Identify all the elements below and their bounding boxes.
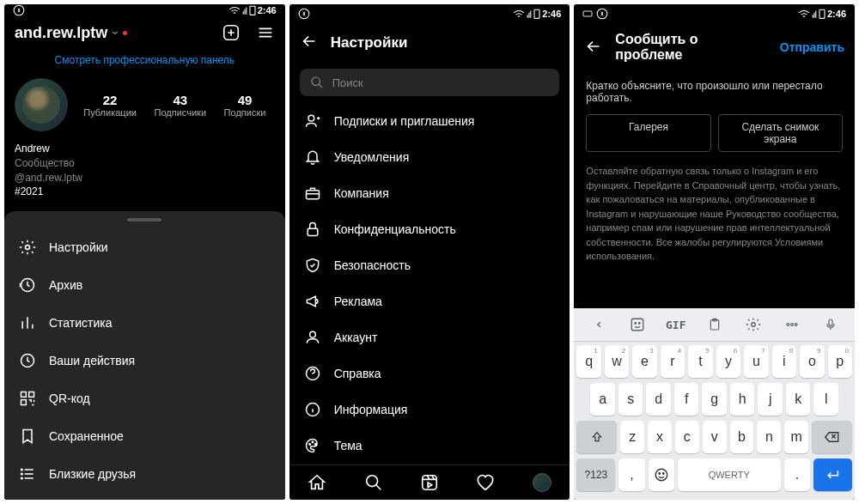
- stat-following[interactable]: 49Подписки: [224, 93, 266, 118]
- key-u[interactable]: u7: [744, 345, 768, 378]
- key-backspace[interactable]: [812, 421, 852, 453]
- nav-home[interactable]: [307, 472, 327, 493]
- page-title: Настройки: [331, 34, 408, 52]
- stat-posts[interactable]: 22Публикации: [83, 93, 137, 118]
- key-a[interactable]: a: [590, 383, 615, 416]
- phone-settings: 2:46 Настройки Поиск Подписки и приглаше…: [289, 4, 570, 500]
- key-period[interactable]: .: [784, 458, 810, 491]
- key-v[interactable]: v: [703, 421, 727, 453]
- kb-sticker-icon[interactable]: [628, 315, 647, 334]
- key-j[interactable]: j: [758, 383, 783, 416]
- key-t[interactable]: t5: [688, 345, 712, 378]
- kb-more-icon[interactable]: [783, 315, 801, 334]
- menu-item-close-friends[interactable]: Близкие друзья: [4, 455, 285, 493]
- menu-item-saved[interactable]: Сохраненное: [4, 417, 285, 455]
- settings-item-business[interactable]: Компания: [289, 175, 570, 211]
- stat-followers[interactable]: 43Подписчики: [155, 93, 207, 118]
- menu-item-stats[interactable]: Статистика: [4, 304, 285, 342]
- settings-item-theme[interactable]: Тема: [289, 428, 570, 464]
- key-shift[interactable]: [576, 421, 617, 453]
- settings-item-security[interactable]: Безопасность: [289, 247, 570, 283]
- menu-button[interactable]: [256, 23, 275, 42]
- nav-search[interactable]: [363, 472, 384, 493]
- pro-panel-link[interactable]: Смотреть профессиональную панель: [4, 49, 285, 71]
- kb-expand-icon[interactable]: [589, 315, 608, 334]
- kb-mic-icon[interactable]: [821, 315, 840, 334]
- shazam-icon: [596, 8, 608, 20]
- key-h[interactable]: h: [730, 383, 755, 416]
- svg-point-41: [655, 469, 667, 481]
- settings-item-follow[interactable]: Подписки и приглашения: [289, 103, 570, 139]
- key-y[interactable]: y6: [716, 345, 740, 378]
- menu-item-archive[interactable]: Архив: [4, 266, 285, 304]
- key-f[interactable]: f: [674, 383, 699, 416]
- key-e[interactable]: e3: [632, 345, 656, 378]
- key-r[interactable]: r4: [661, 345, 685, 378]
- menu-item-settings[interactable]: Настройки: [4, 228, 285, 266]
- key-emoji[interactable]: [649, 458, 674, 491]
- gear-icon: [18, 238, 37, 257]
- menu-item-activity[interactable]: Ваши действия: [4, 342, 285, 380]
- search-input[interactable]: Поиск: [300, 69, 560, 96]
- settings-list: Подписки и приглашения Уведомления Компа…: [289, 103, 570, 465]
- key-x[interactable]: x: [648, 421, 672, 453]
- kb-settings-icon[interactable]: [744, 315, 763, 334]
- key-m[interactable]: m: [784, 421, 808, 453]
- svg-rect-7: [29, 392, 34, 398]
- menu-item-qr[interactable]: QR-код: [4, 380, 285, 417]
- key-i[interactable]: i8: [772, 345, 796, 378]
- key-n[interactable]: n: [757, 421, 781, 453]
- key-space[interactable]: QWERTY: [678, 458, 781, 491]
- wifi-icon: [513, 9, 525, 19]
- report-prompt[interactable]: Кратко объясните, что произошло или пере…: [586, 80, 843, 104]
- shield-icon: [303, 256, 322, 275]
- key-o[interactable]: o9: [800, 345, 824, 378]
- back-button[interactable]: [300, 32, 319, 53]
- svg-point-43: [662, 473, 664, 475]
- settings-item-help[interactable]: Справка: [289, 355, 570, 392]
- svg-rect-1: [250, 6, 255, 15]
- battery-icon: [249, 5, 256, 15]
- menu-item-discover[interactable]: Интересные люди: [4, 493, 285, 500]
- key-comma[interactable]: ,: [618, 458, 644, 491]
- settings-item-privacy[interactable]: Конфиденциальность: [289, 211, 570, 247]
- key-p[interactable]: p0: [828, 345, 852, 378]
- key-b[interactable]: b: [730, 421, 754, 453]
- svg-point-33: [638, 323, 640, 325]
- nav-reels[interactable]: [419, 472, 440, 493]
- nav-activity[interactable]: [475, 472, 496, 493]
- key-s[interactable]: s: [618, 383, 643, 416]
- key-q[interactable]: q1: [576, 345, 600, 378]
- svg-rect-19: [308, 228, 318, 235]
- key-enter[interactable]: [813, 458, 852, 491]
- settings-item-about[interactable]: Информация: [289, 392, 570, 428]
- svg-point-11: [21, 477, 23, 479]
- key-c[interactable]: c: [675, 421, 699, 453]
- svg-point-36: [751, 323, 755, 327]
- settings-item-account[interactable]: Аккаунт: [289, 319, 570, 355]
- nav-profile[interactable]: [532, 472, 552, 493]
- send-button[interactable]: Отправить: [780, 40, 844, 54]
- sheet-handle[interactable]: [127, 218, 161, 222]
- avatar[interactable]: [15, 78, 68, 131]
- key-w[interactable]: w2: [605, 345, 629, 378]
- username-dropdown[interactable]: and.rew.lptw: [15, 24, 127, 42]
- report-body: Кратко объясните, что произошло или пере…: [574, 71, 855, 272]
- key-z[interactable]: z: [620, 421, 644, 453]
- kb-clipboard-icon[interactable]: [705, 315, 724, 334]
- gallery-button[interactable]: Галерея: [586, 114, 710, 152]
- signal-icon: [527, 9, 532, 19]
- key-k[interactable]: k: [786, 383, 811, 416]
- settings-item-notifications[interactable]: Уведомления: [289, 139, 570, 175]
- key-g[interactable]: g: [702, 383, 727, 416]
- kb-gif-button[interactable]: GIF: [667, 315, 685, 334]
- user-plus-icon: [303, 112, 322, 131]
- status-bar: 2:46: [4, 4, 285, 16]
- settings-item-ads[interactable]: Реклама: [289, 283, 570, 319]
- key-d[interactable]: d: [646, 383, 671, 416]
- screenshot-button[interactable]: Сделать снимок экрана: [718, 114, 843, 152]
- back-button[interactable]: [584, 37, 603, 58]
- key-symbols[interactable]: ?123: [576, 458, 615, 491]
- create-button[interactable]: [222, 23, 241, 42]
- key-l[interactable]: l: [813, 383, 838, 416]
